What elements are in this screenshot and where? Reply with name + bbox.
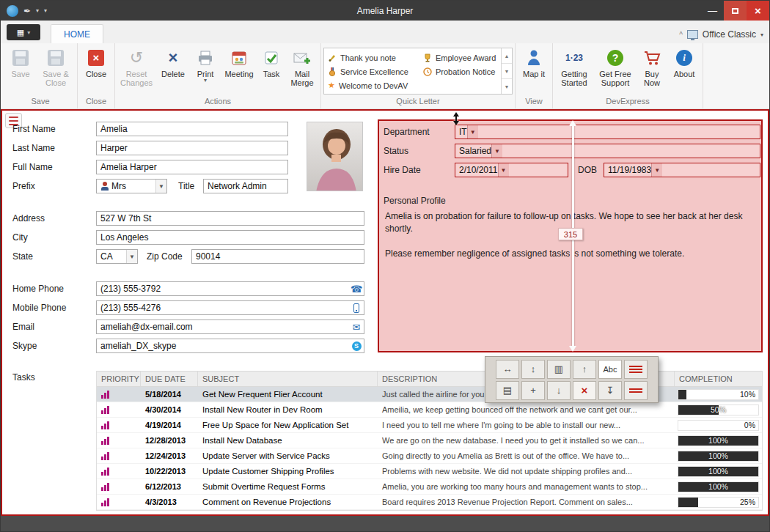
hire-date-picker[interactable]: 2/10/2011▼ xyxy=(455,163,568,177)
red-lines-icon[interactable] xyxy=(624,360,648,379)
gallery-up-icon[interactable]: ▲ xyxy=(502,48,512,63)
chevron-down-icon[interactable]: ▼ xyxy=(491,144,502,158)
title-input[interactable]: Network Admin xyxy=(203,179,288,193)
mail-merge-button[interactable]: Mail Merge xyxy=(286,45,318,94)
status-combobox[interactable]: Salaried▼ xyxy=(455,144,760,158)
skype-icon[interactable]: S xyxy=(349,341,364,351)
table-row[interactable]: 10/22/2013 Update Customer Shipping Prof… xyxy=(97,464,762,479)
qat-dropdown-icon[interactable]: ▾ xyxy=(44,7,47,14)
chevron-down-icon[interactable]: ▼ xyxy=(155,180,166,193)
about-button[interactable]: i About xyxy=(668,45,700,94)
details-panel-highlighted[interactable]: Department IT▼ Status Salaried▼ Hire Dat… xyxy=(378,119,763,352)
save-button[interactable]: Save xyxy=(6,45,35,94)
chevron-down-icon[interactable]: ▼ xyxy=(467,125,478,138)
print-button[interactable]: Print ▾ xyxy=(191,45,220,94)
quick-letter-item[interactable]: ★ Welcome to DevAV xyxy=(324,78,419,92)
minimize-button[interactable]: — xyxy=(701,1,724,21)
zip-code-input[interactable]: 90014 xyxy=(191,249,364,264)
table-row[interactable]: 4/30/2014 Install New Router in Dev Room… xyxy=(97,402,762,418)
column-header-priority[interactable]: PRIORITY xyxy=(97,372,141,386)
buy-now-button[interactable]: Buy Now xyxy=(637,45,667,94)
gallery-dropdown-icon[interactable]: ▼ xyxy=(502,78,512,94)
table-row[interactable]: 5/18/2014 Get New Frequent Flier Account… xyxy=(97,387,762,402)
description-cell: We are go on the new database. I need yo… xyxy=(378,436,675,445)
split-rows-icon[interactable]: ▤ xyxy=(496,381,519,400)
priority-cell xyxy=(97,390,141,399)
application-menu-button[interactable]: ▦▾ xyxy=(7,24,40,40)
mobile-phone-icon[interactable] xyxy=(349,303,364,313)
chevron-down-icon[interactable]: ▼ xyxy=(126,250,137,263)
status-label: Status xyxy=(384,146,408,156)
completion-progressbar: 100% xyxy=(678,435,759,446)
chevron-down-icon[interactable]: ▼ xyxy=(651,163,662,177)
getting-started-button[interactable]: 1·23 Getting Started xyxy=(555,45,593,94)
email-input[interactable]: ameliah@dx-email.com✉ xyxy=(96,319,364,334)
column-header-completion[interactable]: COMPLETION xyxy=(675,372,762,386)
arrow-up-icon xyxy=(569,120,576,126)
column-header-due-date[interactable]: DUE DATE xyxy=(141,372,198,386)
table-row[interactable]: 6/12/2013 Submit Overtime Request Forms … xyxy=(97,479,762,495)
tab-home[interactable]: HOME xyxy=(51,24,103,43)
table-row[interactable]: 4/19/2014 Free Up Space for New Applicat… xyxy=(97,418,762,433)
description-cell: Problems with new website. We did not up… xyxy=(378,467,675,476)
abc-label-button[interactable]: Abc xyxy=(598,360,622,379)
skype-input[interactable]: ameliah_DX_skypeS xyxy=(96,339,364,353)
skin-selector-label[interactable]: Office Classic xyxy=(703,29,756,40)
red-grid-icon[interactable] xyxy=(624,381,648,400)
dob-picker[interactable]: 11/19/1983▼ xyxy=(604,163,760,177)
table-row[interactable]: 12/28/2013 Install New Database We are g… xyxy=(97,433,762,448)
move-down-icon[interactable]: ↓ xyxy=(547,381,571,400)
remove-item-icon[interactable]: × xyxy=(573,381,596,400)
map-it-button[interactable]: Map it xyxy=(518,45,550,94)
insert-below-icon[interactable]: ↧ xyxy=(598,381,622,400)
stretch-vertical-icon[interactable]: ↕ xyxy=(521,360,545,379)
column-header-subject[interactable]: SUBJECT xyxy=(198,372,378,386)
state-combobox[interactable]: CA▼ xyxy=(96,249,138,264)
progress-fill xyxy=(678,390,686,399)
quick-letter-item[interactable]: Employee Award xyxy=(419,51,501,64)
maximize-button[interactable] xyxy=(724,1,747,21)
delete-button[interactable]: × Delete xyxy=(157,45,189,94)
chevron-down-icon[interactable]: ▾ xyxy=(36,7,39,14)
first-name-input[interactable]: Amelia xyxy=(96,122,288,136)
phone-icon[interactable]: ☎ xyxy=(349,284,364,295)
save-and-close-button[interactable]: Save & Close xyxy=(37,45,75,94)
close-window-button[interactable]: × xyxy=(747,1,769,21)
gallery-down-icon[interactable]: ▼ xyxy=(502,63,512,78)
quick-letter-item[interactable]: Probation Notice xyxy=(419,64,501,78)
mobile-phone-input[interactable]: (213) 555-4276 xyxy=(96,300,364,315)
full-name-input[interactable]: Amelia Harper xyxy=(96,160,288,174)
split-columns-icon[interactable]: ▥ xyxy=(547,360,571,379)
app-window: ✒ ▾ ▾ Amelia Harper — × ▦▾ HOME ^ Office… xyxy=(0,0,770,532)
move-up-icon[interactable]: ↑ xyxy=(573,360,596,379)
personal-profile-memo[interactable]: Amelia is on probation for failure to fo… xyxy=(385,210,755,273)
chevron-down-icon[interactable]: ▾ xyxy=(760,32,763,38)
city-label: City xyxy=(12,232,28,243)
prefix-combobox[interactable]: Mrs▼ xyxy=(96,179,167,193)
stretch-horizontal-icon[interactable]: ↔ xyxy=(496,360,519,379)
home-phone-input[interactable]: (213) 555-3792☎ xyxy=(96,281,364,296)
priority-bars-icon xyxy=(101,390,109,399)
city-input[interactable]: Los Angeles xyxy=(96,230,364,245)
department-combobox[interactable]: IT▼ xyxy=(455,125,760,139)
task-button[interactable]: Task xyxy=(258,45,285,94)
last-name-input[interactable]: Harper xyxy=(96,141,288,155)
reset-changes-button[interactable]: ↺ Reset Changes xyxy=(117,45,155,94)
table-row[interactable]: 4/3/2013 Comment on Revenue Projections … xyxy=(97,495,762,510)
skin-monitor-icon xyxy=(687,30,698,39)
get-free-support-button[interactable]: ? Get Free Support xyxy=(595,45,636,94)
meeting-button[interactable]: Meeting xyxy=(221,45,257,94)
table-row[interactable]: 12/24/2013 Update Server with Service Pa… xyxy=(97,448,762,464)
ink-pen-icon[interactable]: ✒ xyxy=(23,7,31,15)
close-button[interactable]: × Close xyxy=(80,45,112,94)
address-input[interactable]: 527 W 7th St xyxy=(96,211,364,226)
resize-cursor-icon xyxy=(452,112,460,125)
chevron-down-icon[interactable]: ▼ xyxy=(498,163,509,177)
collapse-ribbon-icon[interactable]: ^ xyxy=(679,31,683,39)
quick-letter-item[interactable]: Service Excellence xyxy=(324,64,419,78)
state-label: State xyxy=(12,251,33,262)
envelope-icon[interactable]: ✉ xyxy=(349,322,364,333)
quick-letter-item[interactable]: Thank you note xyxy=(324,51,419,64)
due-date-cell: 4/30/2014 xyxy=(141,405,198,414)
add-item-icon[interactable]: + xyxy=(521,381,545,400)
